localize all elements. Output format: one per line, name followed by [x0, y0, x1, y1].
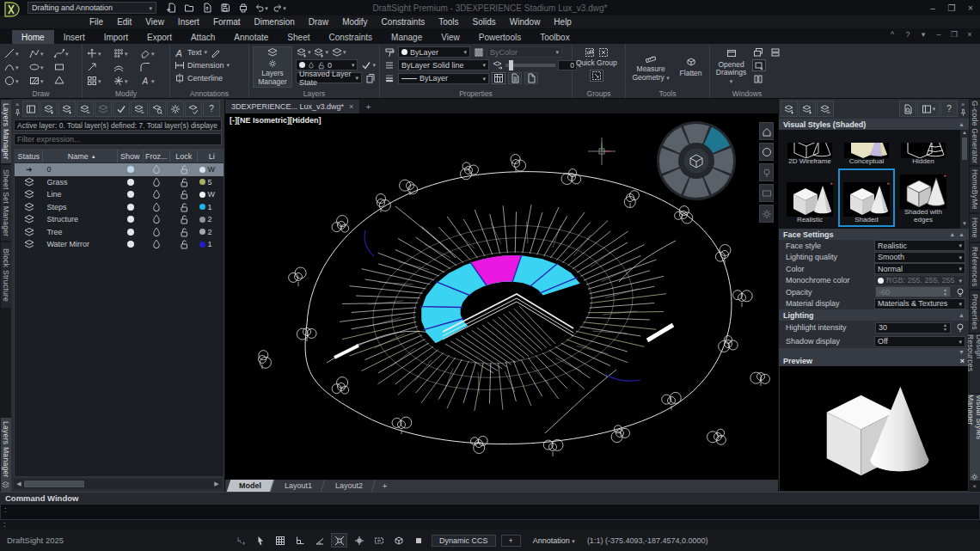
doc-minimize-button[interactable]: – [932, 30, 946, 39]
layer-color[interactable]: 1 [198, 203, 224, 211]
centerline-tool[interactable]: Centerline [174, 72, 230, 83]
new-document-button[interactable]: ＋ [359, 100, 377, 113]
show-toggle[interactable] [118, 166, 144, 173]
layer-color[interactable]: 5 [198, 178, 224, 187]
layer-color[interactable]: 2 [198, 228, 224, 236]
sidebar-tab-references[interactable]: References [970, 243, 980, 289]
close-preview-icon[interactable]: × [960, 357, 965, 365]
delete-style-button[interactable] [817, 101, 834, 117]
tab-layout2[interactable]: Layout2 [323, 480, 377, 492]
show-toggle[interactable] [118, 216, 144, 223]
text-tool[interactable]: AText▾ [174, 46, 230, 58]
delete-layer-button[interactable] [77, 101, 94, 117]
style-hidden[interactable]: Hidden [895, 131, 952, 168]
print-area-toggle[interactable] [410, 533, 426, 548]
style-2d-wireframe[interactable]: 2D Wireframe [781, 131, 838, 168]
tile-horizontal-icon[interactable] [769, 46, 781, 58]
viewport-controls-label[interactable]: [-][NE Isometric][Hidden] [230, 116, 322, 125]
tab-home[interactable]: Home [12, 30, 54, 44]
visual-styles-header[interactable]: Visual Styles (Shaded)▲ [779, 119, 969, 130]
style-shaded-with-edges[interactable]: * Shaded with edges [895, 168, 952, 227]
group-edit-button[interactable] [590, 70, 603, 82]
line-style-combo[interactable]: ByLayer Solid line▾ [398, 59, 489, 70]
ortho-toggle[interactable] [291, 533, 308, 548]
select-button[interactable] [252, 533, 268, 548]
scroll-up-icon[interactable]: ▲ [962, 130, 967, 138]
lock-toggle[interactable] [170, 214, 198, 225]
menu-insert[interactable]: Insert [171, 17, 206, 27]
face-style-select[interactable]: Realistic▾ [874, 240, 965, 251]
print-button[interactable] [236, 2, 250, 15]
transparency-slider[interactable] [505, 64, 555, 67]
layer-help-button[interactable]: ? [203, 101, 220, 117]
menu-edit[interactable]: Edit [110, 17, 138, 27]
filter-expression-input[interactable] [14, 133, 222, 145]
transparency-icon[interactable] [492, 59, 503, 70]
layer-row-grass[interactable]: Grass 5 [15, 176, 224, 189]
stretch-tool[interactable] [86, 62, 113, 73]
opacity-bulb-icon[interactable] [954, 286, 965, 297]
style-conceptual[interactable]: Conceptual [838, 131, 895, 168]
wheel-settings-button[interactable] [759, 205, 774, 223]
dyn-input-toggle[interactable] [371, 533, 387, 548]
purge-layer-button[interactable] [131, 101, 148, 117]
show-toggle[interactable] [118, 241, 144, 248]
styles-scrollbar[interactable]: ▲ ▼ [960, 130, 969, 229]
freeze-toggle[interactable] [144, 214, 170, 225]
doc-properties-button[interactable] [524, 72, 538, 84]
layer-isolate-tool[interactable]: ▾ [296, 46, 311, 58]
layer-row-tree[interactable]: Tree 2 [15, 226, 224, 239]
show-toggle[interactable] [118, 229, 144, 236]
hatch-tool[interactable]: ▾ [28, 76, 53, 87]
layer-color[interactable]: 1 [198, 240, 224, 248]
layer-state-icon[interactable] [364, 72, 376, 83]
dynamic-ccs-button[interactable]: Dynamic CCS [432, 535, 496, 547]
explode-tool[interactable]: ▾ [113, 76, 139, 87]
layers-manager-palette-title[interactable]: Layers Manager [1, 418, 11, 492]
restore-button[interactable]: ❐ [942, 3, 961, 13]
model-viewport[interactable]: [-][NE Isometric][Hidden] [225, 113, 778, 480]
line-weight-combo[interactable]: ByLayer▾ [398, 73, 489, 84]
style-help-button[interactable]: ? [940, 101, 958, 117]
highlight-intensity-input[interactable]: 30 ▲▼ [875, 322, 951, 334]
home-view-button[interactable] [759, 122, 774, 140]
help-menu-caret[interactable]: ▾ [916, 30, 930, 39]
tab-model[interactable]: Model [227, 480, 275, 492]
layer-row-structure[interactable]: Structure 2 [15, 213, 224, 226]
fillet-tool[interactable] [139, 62, 166, 73]
freeze-toggle[interactable] [144, 189, 170, 200]
close-document-icon[interactable]: × [349, 102, 353, 111]
freeze-toggle[interactable] [144, 201, 170, 212]
lock-toggle[interactable] [170, 239, 198, 250]
tab-toolbox[interactable]: Toolbox [530, 30, 579, 44]
sidebar-tab-properties[interactable]: Properties [970, 291, 980, 333]
command-window-header[interactable]: Command Window [0, 493, 980, 504]
close-button[interactable]: × [961, 3, 980, 13]
doc-close-button[interactable]: × [963, 30, 977, 39]
layer-hide-tool[interactable]: ▾ [314, 46, 329, 58]
sidebar-tab-sheet-set-manager[interactable]: Sheet Set Manager [1, 165, 11, 241]
menu-file[interactable]: File [83, 17, 110, 27]
show-toggle[interactable] [118, 179, 144, 186]
tile-vertical-icon[interactable] [752, 73, 763, 84]
layer-row-steps[interactable]: Steps 1 [15, 201, 224, 214]
lighting-quality-select[interactable]: Smooth▾ [874, 252, 965, 263]
tab-constraints[interactable]: Constraints [320, 30, 383, 44]
layer-color[interactable]: 2 [198, 215, 224, 223]
lock-toggle[interactable] [170, 226, 198, 237]
sidebar-tab-block-structure[interactable]: Block Structure [1, 242, 11, 308]
menu-solids[interactable]: Solids [466, 17, 503, 27]
preview-header[interactable]: Preview× [779, 355, 969, 366]
lineweight-icon[interactable] [383, 72, 395, 83]
cascade-windows-icon[interactable] [752, 46, 763, 58]
layer-color[interactable]: W [198, 190, 224, 199]
line-tool[interactable]: ▾ [3, 48, 28, 59]
tab-manage[interactable]: Manage [382, 30, 432, 44]
layer-freeze-tool[interactable]: ▾ [331, 46, 346, 58]
snap-settings-button[interactable] [232, 533, 248, 548]
command-input[interactable]: : [0, 520, 980, 530]
polyline-tool[interactable]: ▾ [28, 48, 53, 59]
erase-tool[interactable]: ▾ [139, 48, 166, 59]
move-tool[interactable]: ▾ [86, 48, 113, 59]
layer-row-0[interactable]: ➜ 0 W [15, 163, 224, 176]
